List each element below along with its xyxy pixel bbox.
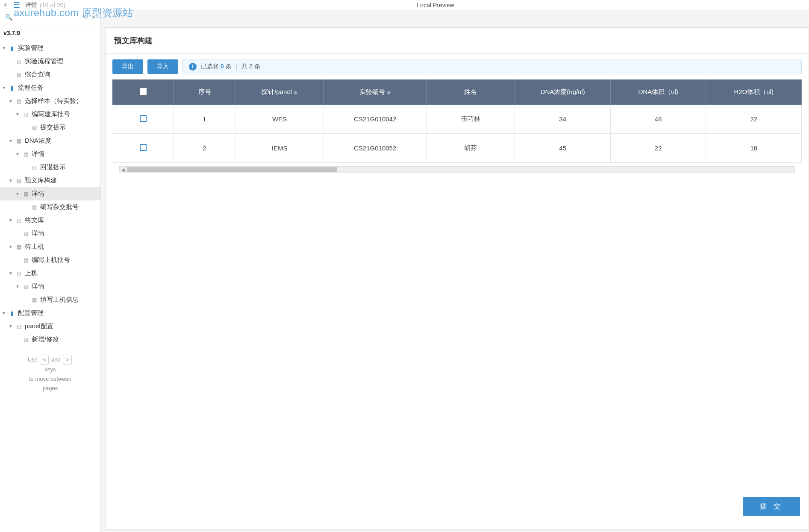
cell-seq: 1 <box>174 105 235 134</box>
row-checkbox[interactable] <box>140 115 147 122</box>
tree-label: 实验流程管理 <box>25 57 63 65</box>
tree-item[interactable]: ▤编写上机批号 <box>0 253 100 267</box>
tree-label: 编写建库批号 <box>32 110 70 118</box>
tree-item[interactable]: ▼▤详情 <box>0 280 100 293</box>
cell-dna-conc: 45 <box>515 134 611 163</box>
tree-item[interactable]: ▼▤编写建库批号 <box>0 108 100 121</box>
tree-label: 流程任务 <box>18 84 44 92</box>
cell-h2o-vol: 22 <box>706 105 802 134</box>
tree-item[interactable]: ▤提交提示 <box>0 121 100 134</box>
col-expno[interactable]: 实验编号◆ <box>324 79 426 105</box>
cell-dna-conc: 34 <box>515 105 611 134</box>
panel-footer: 提 交 <box>106 490 809 529</box>
col-dna-vol[interactable]: DNA体积（ul) <box>610 79 706 105</box>
tree-toggle-icon[interactable]: ▼ <box>9 99 14 103</box>
page-icon: ▤ <box>31 125 38 131</box>
hint-text: pages <box>43 385 58 391</box>
page-icon: ▤ <box>22 231 29 237</box>
import-button[interactable]: 导入 <box>147 59 178 74</box>
page-icon: ▤ <box>15 178 22 184</box>
tree-toggle-icon[interactable]: ▼ <box>2 46 7 50</box>
tree-item[interactable]: ▼▤详情 <box>0 187 100 200</box>
export-button[interactable]: 导出 <box>112 59 143 74</box>
tree-toggle-icon[interactable]: ▼ <box>9 324 14 329</box>
tree-item[interactable]: ▤新增/修改 <box>0 333 100 346</box>
tree-item[interactable]: ▤综合查询 <box>0 68 100 81</box>
tree-item[interactable]: ▼▮配置管理 <box>0 306 100 320</box>
scroll-left-icon[interactable]: ◀ <box>120 167 126 173</box>
scrollbar-thumb[interactable] <box>127 167 337 172</box>
sort-icon[interactable]: ◆ <box>294 89 297 95</box>
tree-label: 选择样本（待实验） <box>25 97 82 105</box>
tree-item[interactable]: ▼▤选择样本（待实验） <box>0 94 100 108</box>
version-label: v3.7.9 <box>0 24 100 41</box>
toolbar: 导出 导入 i 已选择 0 条 | 共 2 条 <box>106 54 809 79</box>
menu-icon[interactable]: ☰ <box>13 0 20 10</box>
submit-button[interactable]: 提 交 <box>743 497 800 516</box>
nav-hint: Use < and > keys to move between pages <box>0 346 100 402</box>
top-bar: × ☰ 详情 (10 of 20) Local Preview <box>0 0 809 10</box>
tree-item[interactable]: ▤编写杂交批号 <box>0 200 100 214</box>
folder-icon: ▮ <box>9 85 15 91</box>
page-icon: ▤ <box>22 284 29 290</box>
horizontal-scrollbar[interactable]: ◀ <box>119 166 795 173</box>
tree-label: 填写上机信息 <box>40 296 79 304</box>
tree-toggle-icon[interactable]: ▼ <box>15 191 21 196</box>
tree-item[interactable]: ▼▤DNA浓度 <box>0 134 100 147</box>
tree-label: 配置管理 <box>18 309 44 317</box>
tree-toggle-icon[interactable]: ▼ <box>9 271 14 276</box>
page-icon: ▤ <box>22 337 29 343</box>
cell-seq: 2 <box>174 134 235 163</box>
col-h2o-vol[interactable]: H2O体积（ul) <box>706 79 802 105</box>
tree-label: 综合查询 <box>25 71 50 79</box>
tree-label: DNA浓度 <box>25 137 51 145</box>
col-dna-conc[interactable]: DNA浓度(ng/ul) <box>515 79 611 105</box>
tree-item[interactable]: ▼▤详情 <box>0 147 100 161</box>
tree-item[interactable]: ▤实验流程管理 <box>0 55 100 68</box>
data-table: 序号 探针/panel◆ 实验编号◆ 姓名 DNA浓度(ng/ul) DNA体积… <box>112 79 802 163</box>
tree-item[interactable]: ▼▮实验管理 <box>0 41 100 55</box>
tree-item[interactable]: ▼▤终文库 <box>0 214 100 227</box>
cell-expno: CS21G010042 <box>324 105 426 134</box>
tree-toggle-icon[interactable]: ▼ <box>9 218 14 223</box>
tree-label: 详情 <box>32 282 44 291</box>
tree-item[interactable]: ▼▤待上机 <box>0 240 100 253</box>
tree-label: 预文库构建 <box>25 176 57 185</box>
tree-toggle-icon[interactable]: ▼ <box>15 112 21 117</box>
tree-item[interactable]: ▤详情 <box>0 227 100 240</box>
tree-item[interactable]: ▼▤panel配置 <box>0 320 100 333</box>
tree-toggle-icon[interactable]: ▼ <box>2 85 7 90</box>
tree-toggle-icon[interactable]: ▼ <box>9 178 14 183</box>
sort-icon[interactable]: ◆ <box>387 89 391 95</box>
col-name[interactable]: 姓名 <box>426 79 515 105</box>
tree-label: 上机 <box>25 269 38 277</box>
tree-item[interactable]: ▤回退提示 <box>0 161 100 174</box>
nav-next-icon[interactable]: > <box>92 14 95 21</box>
tree-item[interactable]: ▼▮流程任务 <box>0 81 100 94</box>
tree-toggle-icon[interactable]: ▼ <box>15 152 21 156</box>
col-seq[interactable]: 序号 <box>174 79 235 105</box>
tree-toggle-icon[interactable]: ▼ <box>2 311 7 315</box>
tree-toggle-icon[interactable]: ▼ <box>9 138 14 143</box>
cell-name: 胡芬 <box>426 134 515 163</box>
row-checkbox[interactable] <box>140 144 147 151</box>
nav-prev-icon[interactable]: < <box>83 14 87 21</box>
folder-icon: ▮ <box>9 310 15 317</box>
tree-item[interactable]: ▼▤上机 <box>0 267 100 280</box>
tree-item[interactable]: ▼▤预文库构建 <box>0 174 100 187</box>
selected-count: 0 <box>221 63 224 70</box>
cell-name: 伍巧林 <box>426 105 515 134</box>
col-panel[interactable]: 探针/panel◆ <box>235 79 324 105</box>
close-icon[interactable]: × <box>3 1 7 9</box>
page-icon: ▤ <box>15 98 22 104</box>
selected-suffix: 条 <box>226 63 232 70</box>
tree-toggle-icon[interactable]: ▼ <box>15 284 21 289</box>
search-icon[interactable]: 🔍 <box>5 14 12 21</box>
tree-item[interactable]: ▤填写上机信息 <box>0 293 100 306</box>
tree-label: 详情 <box>32 150 44 158</box>
select-all-checkbox[interactable] <box>140 88 147 95</box>
page-icon: ▤ <box>15 218 22 223</box>
tree-toggle-icon[interactable]: ▼ <box>9 244 14 249</box>
top-center-label: Local Preview <box>65 2 806 9</box>
tree-label: 提交提示 <box>40 123 66 132</box>
